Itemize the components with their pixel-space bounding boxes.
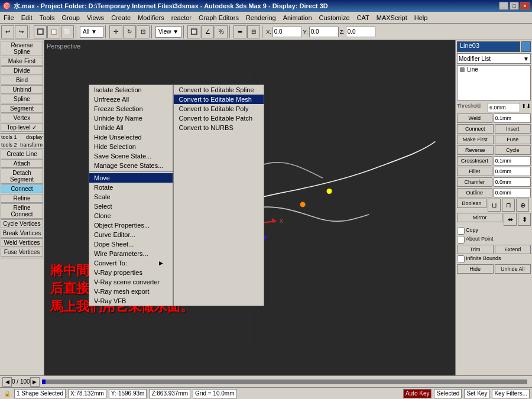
menu-item-tools[interactable]: Tools: [36, 13, 59, 22]
prev-frame-btn[interactable]: ◀: [2, 377, 12, 387]
detach-segment-btn[interactable]: Detach Segment: [1, 168, 43, 184]
ctx-dope-sheet[interactable]: Dope Sheet...: [89, 239, 173, 249]
key-filters-btn[interactable]: Key Filters...: [492, 389, 530, 398]
threshold-value[interactable]: 6.0mm: [488, 103, 520, 112]
menu-item-edit[interactable]: Edit: [18, 13, 36, 22]
chamfer-value[interactable]: 0.0mm: [494, 177, 531, 187]
break-vertices-btn[interactable]: Break Vertices: [1, 229, 43, 238]
fillet-btn[interactable]: Fillet: [457, 167, 492, 176]
about-point-checkbox[interactable]: [457, 236, 465, 244]
align-button[interactable]: ⊟: [247, 25, 260, 38]
refine-connect-btn[interactable]: Refine Connect: [1, 203, 43, 219]
fuse-btn[interactable]: Fuse: [495, 135, 531, 144]
create-line-btn[interactable]: Create Line: [1, 150, 43, 158]
ctx-clone[interactable]: Clone: [89, 211, 173, 220]
infinite-bounds-checkbox[interactable]: [457, 255, 465, 263]
weld-btn[interactable]: Weld: [457, 113, 492, 123]
menu-item-maxscript[interactable]: MAXScript: [373, 13, 411, 22]
attach-btn[interactable]: Attach: [1, 159, 43, 168]
ctx-obj-properties[interactable]: Object Properties...: [89, 220, 173, 230]
ctx-to-editable-spline[interactable]: Convert to Editable Spline: [174, 85, 263, 95]
crossinsert-value[interactable]: 0.1mm: [494, 156, 531, 166]
boolean-btn[interactable]: Boolean: [457, 199, 486, 208]
mirror-x-icon[interactable]: ⬌: [504, 213, 517, 226]
menu-item-customize[interactable]: Customize: [316, 13, 353, 22]
ctx-hide-unselected[interactable]: Hide Unselected: [89, 132, 173, 142]
cycle-btn[interactable]: Cycle: [495, 145, 531, 155]
select-object-button[interactable]: 🔲: [34, 25, 47, 38]
undo-button[interactable]: ↩: [1, 25, 14, 38]
menu-item-animation[interactable]: Animation: [280, 13, 316, 22]
toplevel-btn[interactable]: Top-level ✓: [1, 123, 43, 132]
menu-item-file[interactable]: File: [0, 13, 18, 22]
menu-item-reactor[interactable]: reactor: [168, 13, 195, 22]
ctx-wire-params[interactable]: Wire Parameters...: [89, 249, 173, 258]
context-menu[interactable]: Isolate Selection Unfreeze All Freeze Se…: [89, 85, 264, 306]
chamfer-btn[interactable]: Chamfer: [457, 177, 492, 187]
divide-btn[interactable]: Divide: [1, 66, 43, 75]
cycle-vertices-btn[interactable]: Cycle Vertices: [1, 219, 43, 228]
reverse-spline-btn[interactable]: Reverse Spline: [1, 41, 43, 56]
rect-select-button[interactable]: ⬜: [61, 25, 74, 38]
insert-btn[interactable]: Insert: [495, 124, 531, 134]
ctx-hide-selection[interactable]: Hide Selection: [89, 142, 173, 151]
bind-btn[interactable]: Bind: [1, 76, 43, 85]
bool-union-icon[interactable]: ⊔: [488, 199, 501, 212]
object-color-box[interactable]: [521, 41, 531, 52]
ctx-to-editable-patch[interactable]: Convert to Editable Patch: [174, 113, 263, 123]
ctx-scale[interactable]: Scale: [89, 192, 173, 202]
vertex-btn[interactable]: Vertex: [1, 113, 43, 122]
next-frame-btn[interactable]: ▶: [30, 377, 40, 387]
all-dropdown[interactable]: All ▼: [80, 26, 103, 38]
track-bar[interactable]: [42, 379, 527, 384]
outline-value[interactable]: 0.0mm: [494, 188, 531, 197]
ctx-move[interactable]: Move: [89, 173, 173, 183]
unhide-all-btn[interactable]: Unhide All: [495, 264, 531, 274]
ctx-vray-mesh[interactable]: V-Ray mesh export: [89, 287, 173, 296]
y-coord[interactable]: [309, 27, 339, 37]
segment-btn[interactable]: Segment: [1, 104, 43, 113]
spline-btn[interactable]: Spline: [1, 95, 43, 103]
bool-intersect-icon[interactable]: ⊕: [516, 199, 529, 212]
set-key-btn[interactable]: Set Key: [464, 389, 489, 398]
auto-key-btn[interactable]: Auto Key: [403, 389, 432, 398]
ctx-unfreeze[interactable]: Unfreeze All: [89, 95, 173, 104]
threshold-spinner[interactable]: ⬆⬇: [521, 103, 531, 112]
extend-btn[interactable]: Extend: [495, 245, 531, 254]
make-first-btn[interactable]: Make First: [1, 57, 43, 66]
ctx-convert-to[interactable]: Convert To: ▶: [89, 258, 173, 268]
menu-item-cat[interactable]: CAT: [353, 13, 373, 22]
menu-item-help[interactable]: Help: [411, 13, 432, 22]
fuse-vertices-btn[interactable]: Fuse Vertices: [1, 248, 43, 257]
menu-item-views[interactable]: Views: [83, 13, 108, 22]
menu-item-modifiers[interactable]: Modifiers: [134, 13, 168, 22]
mirror-y-icon[interactable]: ⬍: [518, 213, 531, 226]
modifier-list-dropdown[interactable]: Modifier List ▼: [457, 53, 531, 64]
move-button[interactable]: ✛: [109, 25, 122, 38]
bool-subtract-icon[interactable]: ⊓: [502, 199, 515, 212]
mirror-btn-rp[interactable]: Mirror: [457, 213, 502, 222]
ctx-to-nurbs[interactable]: Convert to NURBS: [174, 123, 263, 132]
view-dropdown[interactable]: View ▼: [155, 26, 181, 38]
snap-toggle[interactable]: 🔲: [187, 25, 200, 38]
hide-btn[interactable]: Hide: [457, 264, 494, 274]
ctx-vray-vfb[interactable]: V-Ray VFB: [89, 296, 173, 306]
weld-value[interactable]: 0.1mm: [494, 113, 531, 123]
ctx-curve-editor[interactable]: Curve Editor...: [89, 230, 173, 239]
minimize-button[interactable]: _: [499, 2, 508, 10]
menu-item-group[interactable]: Group: [58, 13, 83, 22]
menu-item-create[interactable]: Create: [108, 13, 134, 22]
menu-item-graph-editors[interactable]: Graph Editors: [195, 13, 242, 22]
trim-btn[interactable]: Trim: [457, 245, 494, 254]
ctx-rotate[interactable]: Rotate: [89, 183, 173, 192]
maximize-button[interactable]: □: [510, 2, 519, 10]
scale-button[interactable]: ⊡: [137, 25, 150, 38]
connect-btn[interactable]: Connect: [1, 184, 43, 193]
viewport[interactable]: Perspective: [44, 40, 455, 375]
ctx-manage-scene[interactable]: Manage Scene States...: [89, 161, 173, 170]
ctx-freeze[interactable]: Freeze Selection: [89, 104, 173, 113]
rotate-button[interactable]: ↻: [123, 25, 136, 38]
close-button[interactable]: ×: [520, 2, 530, 10]
unbind-btn[interactable]: Unbind: [1, 85, 43, 94]
outline-btn[interactable]: Outline: [457, 188, 492, 197]
